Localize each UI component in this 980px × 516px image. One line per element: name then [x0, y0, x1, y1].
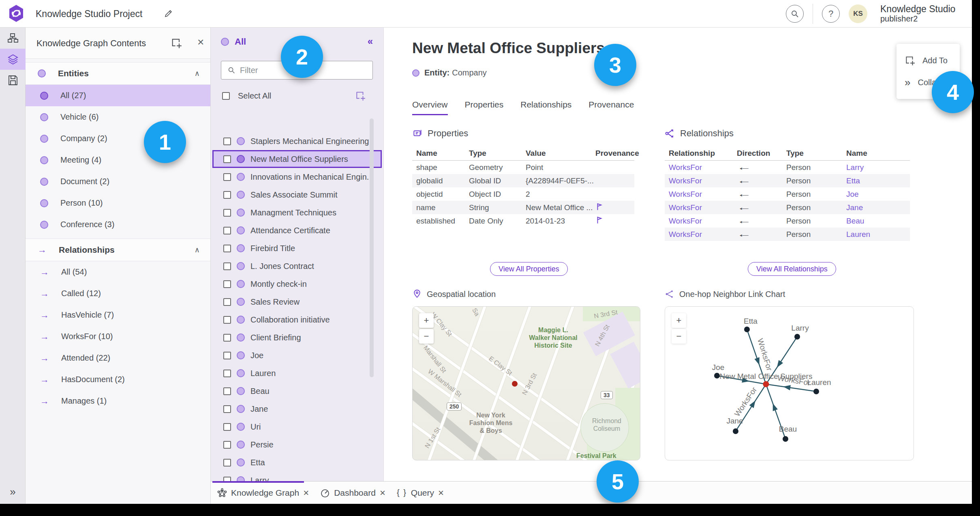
table-link[interactable]: Etta [846, 176, 910, 185]
collapse-list-icon[interactable]: « [368, 36, 373, 47]
list-item[interactable]: Jane [212, 400, 382, 418]
list-item[interactable]: Collaboration initiative [212, 311, 382, 329]
sidebar-item[interactable]: →HasVehicle (7) [26, 304, 210, 326]
item-checkbox[interactable] [223, 227, 231, 234]
bottom-tab-braces[interactable]: { }Query× [397, 487, 444, 499]
item-checkbox[interactable] [223, 441, 231, 449]
tab-overview[interactable]: Overview [412, 100, 448, 115]
data-model-rail-button[interactable] [0, 28, 26, 49]
sidebar-item[interactable]: →WorksFor (10) [26, 326, 210, 347]
table-link[interactable]: WorksFor [669, 176, 737, 185]
sidebar-item[interactable]: All (27) [26, 85, 210, 106]
section-header-relationships[interactable]: →Relationships∧ [26, 239, 210, 261]
sidebar-item[interactable]: Document (2) [26, 171, 210, 192]
list-item[interactable]: Attendance Certificate [212, 221, 382, 239]
table-link[interactable]: Joe [846, 190, 910, 199]
list-item[interactable]: L. Jones Contract [212, 257, 382, 275]
table-link[interactable]: WorksFor [669, 190, 737, 199]
list-item[interactable]: Firebird Title [212, 239, 382, 257]
sidebar-item[interactable]: Conference (3) [26, 214, 210, 235]
list-item[interactable]: Montly check-in [212, 275, 382, 293]
bottom-tab-graph[interactable]: Knowledge Graph× [217, 487, 309, 499]
item-checkbox[interactable] [223, 173, 231, 181]
sidebar-item[interactable]: →Manages (1) [26, 390, 210, 412]
tab-provenance[interactable]: Provenance [588, 100, 634, 115]
item-checkbox[interactable] [223, 262, 231, 270]
layers-rail-button-selected[interactable] [0, 49, 26, 70]
sidebar-item[interactable]: →Attended (22) [26, 347, 210, 369]
item-checkbox[interactable] [223, 209, 231, 217]
provenance-flag-icon[interactable] [595, 202, 634, 213]
item-checkbox[interactable] [223, 138, 231, 145]
edit-title-pencil-icon[interactable] [164, 9, 173, 20]
item-checkbox[interactable] [223, 405, 231, 413]
list-item[interactable]: Client Briefing [212, 329, 382, 346]
view-all-properties-button[interactable]: View All Properties [490, 262, 568, 276]
collapse-chevron-icon[interactable]: ∧ [195, 69, 200, 78]
item-checkbox[interactable] [223, 459, 231, 467]
table-link[interactable]: WorksFor [669, 163, 737, 172]
expand-rail-button[interactable]: » [0, 486, 26, 498]
item-checkbox[interactable] [223, 298, 231, 306]
save-rail-button[interactable] [0, 70, 26, 91]
list-item[interactable]: Innovations in Mechanical Engin... [212, 168, 382, 186]
item-checkbox[interactable] [223, 191, 231, 199]
list-item[interactable]: Joe [212, 346, 382, 364]
list-item[interactable]: Persie [212, 436, 382, 454]
sidebar-item[interactable]: →HasDocument (2) [26, 369, 210, 390]
item-checkbox[interactable] [223, 245, 231, 252]
list-item[interactable]: Sales Review [212, 293, 382, 311]
item-checkbox[interactable] [223, 352, 231, 359]
tab-properties[interactable]: Properties [465, 100, 504, 115]
item-checkbox[interactable] [223, 155, 231, 163]
item-checkbox[interactable] [223, 334, 231, 342]
sidebar-item[interactable]: Vehicle (6) [26, 106, 210, 128]
list-item[interactable]: New Metal Office Suppliers [212, 150, 382, 168]
table-link[interactable]: WorksFor [669, 203, 737, 212]
one-hop-link-chart[interactable]: WorksForWorksForWorksForNew Metal Office… [665, 306, 914, 460]
list-item[interactable]: Etta [212, 454, 382, 471]
table-link[interactable]: Beau [846, 217, 910, 226]
list-item[interactable]: Sales Associate Summit [212, 186, 382, 204]
close-panel-icon[interactable]: × [197, 36, 204, 49]
sidebar-item[interactable]: →Called (12) [26, 283, 210, 304]
close-tab-icon[interactable]: × [438, 487, 444, 499]
geospatial-map[interactable]: SaW Clay StMarshall StW Marshall StE Cla… [412, 306, 640, 460]
add-to-panel-button[interactable] [171, 37, 182, 50]
section-header-entities[interactable]: Entities∧ [26, 62, 210, 85]
table-link[interactable]: Jane [846, 203, 910, 212]
zoom-out-button[interactable]: − [419, 329, 434, 344]
list-scrollbar-thumb[interactable] [370, 118, 374, 377]
select-all-checkbox[interactable] [222, 92, 230, 100]
list-item[interactable]: Lauren [212, 364, 382, 382]
table-link[interactable]: WorksFor [669, 217, 737, 226]
add-selection-button[interactable] [355, 90, 366, 103]
item-checkbox[interactable] [223, 387, 231, 395]
item-checkbox[interactable] [223, 280, 231, 288]
zoom-in-button[interactable]: + [419, 313, 434, 328]
search-button[interactable] [786, 5, 804, 23]
table-link[interactable]: WorksFor [669, 230, 737, 239]
item-checkbox[interactable] [223, 316, 231, 324]
link-chart-canvas[interactable]: WorksForWorksForWorksForNew Metal Office… [665, 307, 914, 460]
provenance-flag-icon[interactable] [595, 215, 634, 226]
list-item[interactable]: Uri [212, 418, 382, 436]
close-tab-icon[interactable]: × [303, 487, 309, 499]
sidebar-item[interactable]: →All (54) [26, 261, 210, 283]
zoom-out-button[interactable]: − [672, 329, 686, 344]
flyout-item-add-to[interactable]: Add To [897, 49, 960, 71]
user-avatar[interactable]: KS [849, 4, 867, 23]
bottom-tab-dashboard[interactable]: Dashboard× [320, 487, 385, 499]
help-button[interactable]: ? [822, 5, 840, 23]
list-item[interactable]: Staplers Mechanical Engineering [212, 132, 382, 150]
list-item[interactable]: Managment Techniques [212, 204, 382, 221]
collapse-chevron-icon[interactable]: ∧ [195, 245, 200, 254]
view-all-relationships-button[interactable]: View All Relationships [748, 262, 836, 276]
sidebar-item[interactable]: Person (10) [26, 192, 210, 214]
zoom-in-button[interactable]: + [672, 313, 686, 328]
table-link[interactable]: Larry [846, 163, 910, 172]
list-item[interactable]: Beau [212, 382, 382, 400]
item-checkbox[interactable] [223, 370, 231, 377]
table-link[interactable]: Lauren [846, 230, 910, 239]
item-checkbox[interactable] [223, 423, 231, 431]
